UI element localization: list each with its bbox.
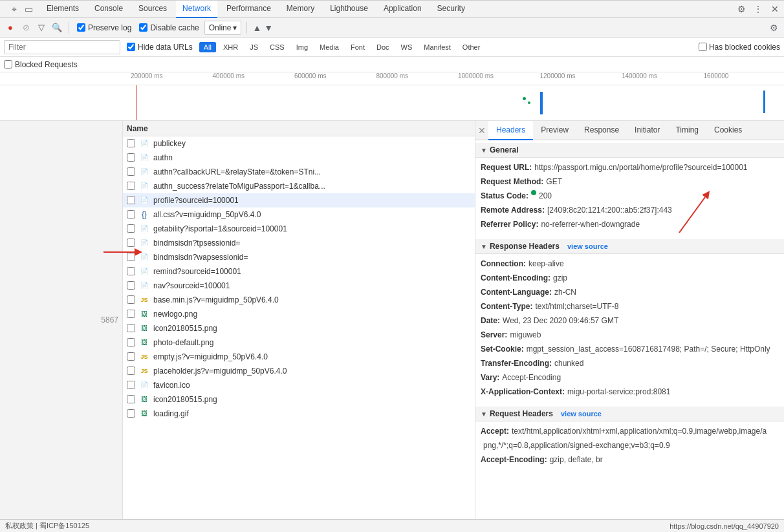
file-item[interactable]: 🖼loading.gif <box>123 407 475 421</box>
file-item[interactable]: JSempty.js?v=miguidmp_50pV6.4.0 <box>123 350 475 364</box>
throttle-dropdown[interactable]: Online ▾ <box>204 21 242 35</box>
panel-tab-timing[interactable]: Timing <box>668 121 706 140</box>
file-item[interactable]: 📄authn?callbackURL=&relayState=&token=ST… <box>123 165 475 179</box>
disable-cache-checkbox[interactable] <box>139 23 147 32</box>
file-item[interactable]: 🖼icon20180515.png <box>123 392 475 407</box>
import-button[interactable]: ▲ <box>252 23 261 33</box>
file-item-checkbox[interactable] <box>127 239 135 247</box>
file-item[interactable]: 🖼photo-default.png <box>123 335 475 350</box>
file-item[interactable]: 🖼icon20180515.png <box>123 321 475 335</box>
filter-tag-doc[interactable]: Doc <box>372 42 394 52</box>
filter-tag-manifest[interactable]: Manifest <box>419 42 455 52</box>
request-headers-view-source[interactable]: view source <box>561 410 602 418</box>
file-item-checkbox[interactable] <box>127 196 135 204</box>
file-item[interactable]: 📄authn_success?relateToMiguPassport=1&ca… <box>123 179 475 193</box>
request-headers-header[interactable]: ▼ Request Headers view source <box>475 407 784 421</box>
panel-tab-cookies[interactable]: Cookies <box>706 121 750 140</box>
blocked-requests-label[interactable]: Blocked Requests <box>4 60 78 69</box>
general-section-header[interactable]: ▼ General <box>475 143 784 158</box>
filter-tag-other[interactable]: Other <box>458 42 485 52</box>
filter-tag-font[interactable]: Font <box>346 42 369 52</box>
filter-tag-media[interactable]: Media <box>315 42 343 52</box>
file-item[interactable]: 📄getability?isportal=1&sourceid=100001 <box>123 222 475 236</box>
file-item-checkbox[interactable] <box>127 182 135 190</box>
file-item-checkbox[interactable] <box>127 395 135 403</box>
file-item[interactable]: 📄remind?sourceid=100001 <box>123 264 475 279</box>
blocked-cookies-label[interactable]: Has blocked cookies <box>699 43 780 52</box>
file-item-checkbox[interactable] <box>127 352 135 361</box>
file-item[interactable]: JSplaceholder.js?v=miguidmp_50pV6.4.0 <box>123 364 475 378</box>
filter-input[interactable] <box>4 40 120 54</box>
timeline-tick: 1400000 ms <box>620 72 702 80</box>
file-item-checkbox[interactable] <box>127 167 135 176</box>
panel-tab-response[interactable]: Response <box>576 121 627 140</box>
record-button[interactable]: ● <box>4 21 17 34</box>
response-headers-view-source[interactable]: view source <box>567 242 608 250</box>
tab-security[interactable]: Security <box>431 1 472 18</box>
file-item-checkbox[interactable] <box>127 139 135 147</box>
tab-network[interactable]: Network <box>176 1 217 18</box>
file-item-checkbox[interactable] <box>127 224 135 233</box>
cursor-icon[interactable]: ⌖ <box>8 3 21 16</box>
filter-tag-all[interactable]: All <box>199 42 216 52</box>
file-item-checkbox[interactable] <box>127 310 135 318</box>
tab-sources[interactable]: Sources <box>132 1 173 18</box>
hide-data-urls-label[interactable]: Hide data URLs <box>124 43 195 52</box>
settings-icon[interactable]: ⚙ <box>735 3 748 16</box>
file-item[interactable]: {}all.css?v=miguidmp_50pV6.4.0 <box>123 207 475 222</box>
tab-performance[interactable]: Performance <box>220 1 278 18</box>
settings-network-icon[interactable]: ⚙ <box>767 21 780 34</box>
preserve-log-checkbox[interactable] <box>77 23 85 32</box>
file-list-items[interactable]: 📄publickey📄authn📄authn?callbackURL=&rela… <box>123 136 475 519</box>
hide-data-urls-checkbox[interactable] <box>127 43 135 51</box>
file-item[interactable]: 📄nav?sourceid=100001 <box>123 279 475 293</box>
file-item-checkbox[interactable] <box>127 153 135 162</box>
response-headers-header[interactable]: ▼ Response Headers view source <box>475 239 784 254</box>
file-item-checkbox[interactable] <box>127 253 135 261</box>
device-icon[interactable]: ▭ <box>22 3 35 16</box>
tab-console[interactable]: Console <box>88 1 129 18</box>
blocked-requests-checkbox[interactable] <box>4 60 12 69</box>
file-item-checkbox[interactable] <box>127 210 135 218</box>
filter-tag-xhr[interactable]: XHR <box>219 42 243 52</box>
panel-tab-preview[interactable]: Preview <box>533 121 576 140</box>
tab-application[interactable]: Application <box>377 1 428 18</box>
filter-tag-js[interactable]: JS <box>245 42 263 52</box>
close-panel-button[interactable]: ✕ <box>475 124 488 137</box>
blocked-cookies-checkbox[interactable] <box>699 43 707 51</box>
timeline-tick: 1600000 <box>702 72 785 80</box>
file-item[interactable]: 🖼newlogo.png <box>123 307 475 321</box>
filter-tag-css[interactable]: CSS <box>265 42 289 52</box>
file-item[interactable]: 📄bindmsisdn?tpsessionid= <box>123 236 475 250</box>
filter-tag-img[interactable]: Img <box>292 42 312 52</box>
tab-lighthouse[interactable]: Lighthouse <box>323 1 375 18</box>
file-item-checkbox[interactable] <box>127 324 135 332</box>
file-item[interactable]: 📄bindmsisdn?wapsessionid= <box>123 250 475 264</box>
stop-record-button[interactable]: ⊘ <box>19 21 32 34</box>
disable-cache-label[interactable]: Disable cache <box>136 23 201 32</box>
file-item-checkbox[interactable] <box>127 267 135 275</box>
file-item[interactable]: JSbase.min.js?v=miguidmp_50pV6.4.0 <box>123 293 475 307</box>
file-item-checkbox[interactable] <box>127 381 135 389</box>
file-item-checkbox[interactable] <box>127 409 135 418</box>
export-button[interactable]: ▼ <box>264 23 273 33</box>
search-icon[interactable]: 🔍 <box>50 21 63 34</box>
file-item-name: placeholder.js?v=miguidmp_50pV6.4.0 <box>153 367 471 376</box>
tab-elements[interactable]: Elements <box>40 1 85 18</box>
close-devtools-icon[interactable]: ✕ <box>768 3 781 16</box>
filter-icon[interactable]: ▽ <box>35 21 48 34</box>
tab-memory[interactable]: Memory <box>280 1 321 18</box>
more-icon[interactable]: ⋮ <box>752 3 765 16</box>
preserve-log-label[interactable]: Preserve log <box>74 23 134 32</box>
filter-tag-ws[interactable]: WS <box>397 42 417 52</box>
file-item-checkbox[interactable] <box>127 338 135 346</box>
file-item[interactable]: 📄favicon.ico <box>123 378 475 392</box>
panel-tab-headers[interactable]: Headers <box>488 121 533 140</box>
file-item[interactable]: 📄profile?sourceid=100001 <box>123 193 475 207</box>
panel-tab-initiator[interactable]: Initiator <box>627 121 668 140</box>
file-item-checkbox[interactable] <box>127 281 135 290</box>
file-item[interactable]: 📄publickey <box>123 136 475 151</box>
file-item-checkbox[interactable] <box>127 367 135 375</box>
file-item-checkbox[interactable] <box>127 295 135 304</box>
file-item[interactable]: 📄authn <box>123 151 475 165</box>
